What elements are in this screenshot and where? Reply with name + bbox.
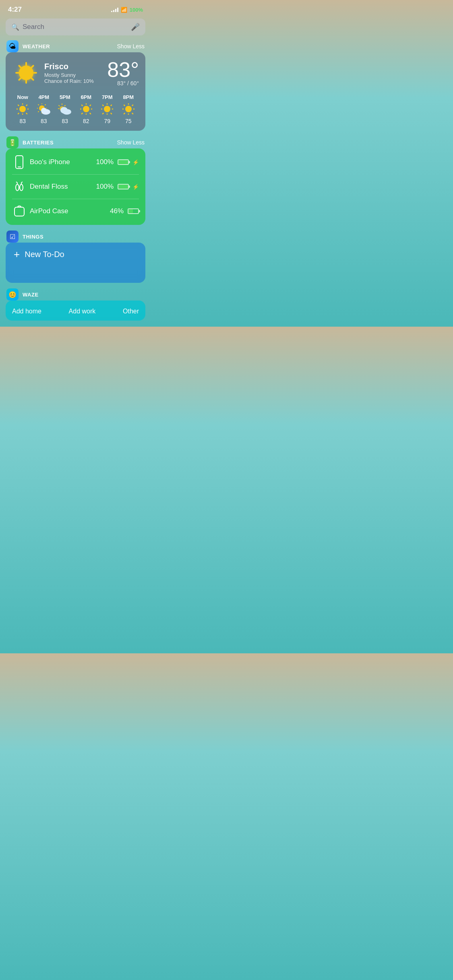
battery-icon-symbol: 🔋 bbox=[8, 139, 17, 146]
battery-percentage: 100% bbox=[130, 7, 143, 13]
svg-rect-56 bbox=[18, 155, 21, 156]
waze-icon-symbol: 😊 bbox=[8, 291, 17, 299]
svg-line-53 bbox=[124, 113, 125, 114]
status-time: 4:27 bbox=[8, 6, 22, 14]
iphone-device-name: Boo's iPhone bbox=[27, 158, 96, 166]
svg-line-42 bbox=[111, 113, 112, 114]
svg-rect-63 bbox=[14, 207, 24, 216]
waze-add-home[interactable]: Add home bbox=[12, 308, 41, 315]
weather-sun-icon bbox=[12, 59, 40, 87]
hourly-6pm-icon bbox=[80, 103, 92, 115]
batteries-widget-title: BATTERIES bbox=[23, 140, 54, 146]
hourly-8pm: 8PM 75 bbox=[118, 94, 139, 124]
svg-line-16 bbox=[45, 105, 46, 105]
hourly-4pm-temp: 83 bbox=[41, 118, 47, 124]
waze-add-work[interactable]: Add work bbox=[69, 308, 96, 315]
svg-point-26 bbox=[60, 107, 68, 113]
case-battery-pct: 46% bbox=[110, 207, 124, 215]
airpods-charging-icon: ⚡ bbox=[132, 184, 139, 190]
svg-line-23 bbox=[59, 105, 60, 106]
hourly-5pm-temp: 83 bbox=[62, 118, 68, 124]
things-header-left: ☑ THINGS bbox=[6, 231, 43, 243]
things-widget-title: THINGS bbox=[23, 234, 43, 240]
weather-main-info: Frisco Mostly Sunny Chance of Rain: 10% … bbox=[12, 59, 139, 87]
hourly-4pm-icon bbox=[37, 103, 51, 115]
things-widget-section: ☑ THINGS + New To-Do bbox=[6, 231, 145, 283]
hourly-6pm-label: 6PM bbox=[81, 94, 91, 100]
iphone-battery-indicator: ⚡ bbox=[118, 159, 139, 165]
hourly-4pm-label: 4PM bbox=[38, 94, 49, 100]
waze-header-left: 😊 WAZE bbox=[6, 288, 39, 301]
airpods-icon bbox=[12, 179, 27, 194]
search-bar[interactable]: 🔍 Search 🎤 bbox=[6, 19, 145, 35]
airpods-battery-pct: 100% bbox=[96, 183, 114, 191]
search-icon: 🔍 bbox=[11, 23, 19, 31]
batteries-show-less[interactable]: Show Less bbox=[117, 139, 145, 146]
weather-show-less[interactable]: Show Less bbox=[117, 43, 145, 49]
hourly-8pm-temp: 75 bbox=[125, 118, 132, 124]
weather-city: Frisco bbox=[44, 62, 107, 71]
svg-line-35 bbox=[82, 113, 83, 114]
iphone-icon bbox=[12, 155, 27, 169]
status-icons: 📶 100% bbox=[111, 7, 143, 13]
hourly-now-label: Now bbox=[17, 94, 28, 100]
batteries-app-icon[interactable]: 🔋 bbox=[6, 136, 19, 148]
things-widget-header: ☑ THINGS bbox=[6, 231, 145, 243]
things-icon-symbol: ☑ bbox=[10, 233, 15, 241]
hourly-7pm: 7PM 79 bbox=[97, 94, 118, 124]
svg-line-59 bbox=[16, 182, 17, 183]
status-bar: 4:27 📶 100% bbox=[0, 0, 151, 17]
hourly-5pm-icon bbox=[58, 103, 72, 115]
svg-line-50 bbox=[124, 105, 125, 106]
batteries-widget-section: 🔋 BATTERIES Show Less Boo's iPhone 100% bbox=[6, 136, 145, 225]
svg-line-17 bbox=[38, 111, 39, 112]
svg-line-62 bbox=[21, 182, 23, 183]
things-app-icon[interactable]: ☑ bbox=[6, 231, 19, 243]
svg-point-45 bbox=[125, 106, 132, 112]
hourly-7pm-label: 7PM bbox=[102, 94, 113, 100]
things-new-todo-label: New To-Do bbox=[25, 250, 64, 259]
hourly-8pm-label: 8PM bbox=[123, 94, 134, 100]
iphone-charging-icon: ⚡ bbox=[132, 159, 139, 165]
hourly-7pm-icon bbox=[101, 103, 113, 115]
weather-app-icon[interactable]: 🌤 bbox=[6, 40, 19, 52]
waze-actions-row: Add home Add work Other bbox=[12, 306, 139, 315]
things-new-todo-row[interactable]: + New To-Do bbox=[14, 249, 137, 259]
svg-line-24 bbox=[65, 105, 66, 106]
svg-line-44 bbox=[103, 113, 103, 114]
hourly-8pm-icon bbox=[122, 103, 134, 115]
weather-temp-main: 83° bbox=[107, 59, 139, 80]
weather-widget-title: WEATHER bbox=[23, 43, 50, 49]
hourly-7pm-temp: 79 bbox=[104, 118, 110, 124]
batteries-header-left: 🔋 BATTERIES bbox=[6, 136, 54, 148]
weather-card[interactable]: Frisco Mostly Sunny Chance of Rain: 10% … bbox=[6, 52, 145, 131]
svg-line-5 bbox=[18, 105, 19, 106]
hourly-6pm: 6PM 82 bbox=[76, 94, 97, 124]
airpods-device-name: Dental Floss bbox=[27, 183, 96, 191]
svg-line-33 bbox=[90, 113, 91, 114]
signal-icon bbox=[111, 7, 118, 12]
svg-line-51 bbox=[132, 113, 133, 114]
widgets-container: 🌤 WEATHER Show Less bbox=[0, 40, 151, 321]
things-card[interactable]: + New To-Do bbox=[6, 243, 145, 283]
airpod-case-icon bbox=[12, 204, 27, 218]
airpods-battery-indicator: ⚡ bbox=[118, 184, 139, 190]
things-plus-icon: + bbox=[14, 249, 20, 259]
svg-line-41 bbox=[103, 105, 103, 106]
svg-point-60 bbox=[20, 184, 23, 191]
search-input-label: Search bbox=[23, 23, 128, 31]
weather-description: Mostly Sunny bbox=[44, 72, 107, 78]
battery-row-case: AirPod Case 46% bbox=[12, 199, 139, 218]
svg-line-8 bbox=[18, 113, 19, 114]
hourly-6pm-temp: 82 bbox=[83, 118, 89, 124]
batteries-widget-header: 🔋 BATTERIES Show Less bbox=[6, 136, 145, 148]
waze-widget-title: WAZE bbox=[23, 292, 39, 298]
microphone-icon[interactable]: 🎤 bbox=[131, 23, 140, 31]
case-device-name: AirPod Case bbox=[27, 207, 110, 215]
waze-card: Add home Add work Other bbox=[6, 301, 145, 321]
waze-other[interactable]: Other bbox=[123, 308, 139, 315]
weather-widget-header: 🌤 WEATHER Show Less bbox=[6, 40, 145, 52]
waze-app-icon[interactable]: 😊 bbox=[6, 288, 19, 301]
svg-line-6 bbox=[27, 113, 27, 114]
weather-text-info: Frisco Mostly Sunny Chance of Rain: 10% bbox=[40, 62, 107, 84]
